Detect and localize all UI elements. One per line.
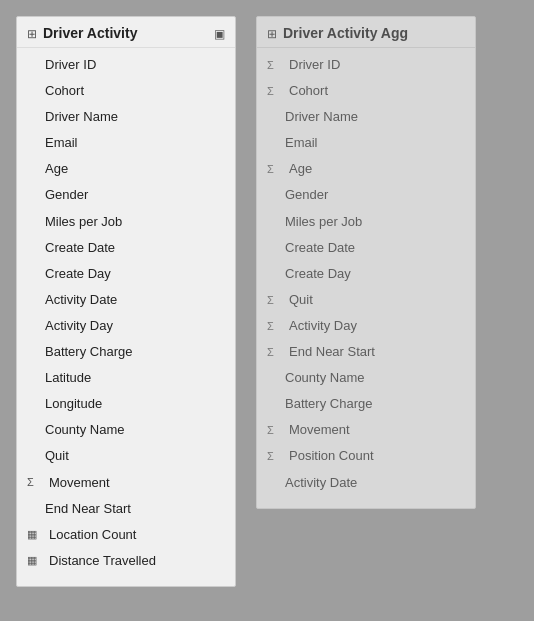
list-item[interactable]: Movement bbox=[17, 470, 235, 496]
field-label: Create Date bbox=[285, 237, 355, 259]
list-item[interactable]: Cohort bbox=[257, 78, 475, 104]
field-label: Miles per Job bbox=[285, 211, 362, 233]
table-icon bbox=[27, 26, 37, 41]
right-table-icon bbox=[267, 26, 277, 41]
list-item[interactable]: Distance Travelled bbox=[17, 548, 235, 574]
list-item[interactable]: County Name bbox=[17, 417, 235, 443]
list-item[interactable]: Driver ID bbox=[257, 52, 475, 78]
field-label: Activity Date bbox=[45, 289, 117, 311]
right-panel-title: Driver Activity Agg bbox=[283, 25, 465, 41]
right-field-list: Driver IDCohortDriver NameEmailAgeGender… bbox=[257, 52, 475, 500]
field-label: Create Day bbox=[45, 263, 111, 285]
list-item[interactable]: Miles per Job bbox=[257, 209, 475, 235]
field-label: Distance Travelled bbox=[49, 550, 156, 572]
field-label: Activity Day bbox=[289, 315, 357, 337]
list-item[interactable]: Quit bbox=[17, 443, 235, 469]
field-label: Quit bbox=[45, 445, 69, 467]
field-label: Email bbox=[285, 132, 318, 154]
list-item[interactable]: Email bbox=[17, 130, 235, 156]
list-item[interactable]: Miles per Job bbox=[17, 209, 235, 235]
field-label: Latitude bbox=[45, 367, 91, 389]
field-label: Activity Date bbox=[285, 472, 357, 494]
field-label: Movement bbox=[289, 419, 350, 441]
field-label: Create Day bbox=[285, 263, 351, 285]
list-item[interactable]: Age bbox=[257, 156, 475, 182]
field-label: Longitude bbox=[45, 393, 102, 415]
field-label: Position Count bbox=[289, 445, 374, 467]
list-item[interactable]: Location Count bbox=[17, 522, 235, 548]
field-label: Gender bbox=[285, 184, 328, 206]
field-label: County Name bbox=[285, 367, 364, 389]
field-label: Movement bbox=[49, 472, 110, 494]
list-item[interactable]: Create Day bbox=[257, 261, 475, 287]
sigma-icon bbox=[267, 82, 281, 101]
field-label: Email bbox=[45, 132, 78, 154]
collapse-icon[interactable] bbox=[214, 26, 225, 41]
list-item[interactable]: Battery Charge bbox=[17, 339, 235, 365]
list-item[interactable]: Gender bbox=[257, 182, 475, 208]
grid-icon bbox=[27, 525, 41, 544]
left-panel: Driver Activity Driver IDCohortDriver Na… bbox=[16, 16, 236, 587]
sigma-icon bbox=[27, 473, 41, 492]
list-item[interactable]: Driver Name bbox=[257, 104, 475, 130]
sigma-icon bbox=[267, 317, 281, 336]
grid-icon bbox=[27, 551, 41, 570]
sigma-icon bbox=[267, 56, 281, 75]
list-item[interactable]: Activity Day bbox=[17, 313, 235, 339]
list-item[interactable]: County Name bbox=[257, 365, 475, 391]
list-item[interactable]: Movement bbox=[257, 417, 475, 443]
list-item[interactable]: Driver ID bbox=[17, 52, 235, 78]
sigma-icon bbox=[267, 421, 281, 440]
sigma-icon bbox=[267, 291, 281, 310]
sigma-icon bbox=[267, 343, 281, 362]
field-label: Miles per Job bbox=[45, 211, 122, 233]
list-item[interactable]: Latitude bbox=[17, 365, 235, 391]
list-item[interactable]: Email bbox=[257, 130, 475, 156]
field-label: End Near Start bbox=[289, 341, 375, 363]
sigma-icon bbox=[267, 447, 281, 466]
field-label: Activity Day bbox=[45, 315, 113, 337]
list-item[interactable]: Create Day bbox=[17, 261, 235, 287]
list-item[interactable]: Age bbox=[17, 156, 235, 182]
list-item[interactable]: Driver Name bbox=[17, 104, 235, 130]
field-label: End Near Start bbox=[45, 498, 131, 520]
list-item[interactable]: Create Date bbox=[257, 235, 475, 261]
left-panel-header: Driver Activity bbox=[17, 17, 235, 48]
list-item[interactable]: End Near Start bbox=[17, 496, 235, 522]
field-label: Create Date bbox=[45, 237, 115, 259]
field-label: Driver Name bbox=[45, 106, 118, 128]
list-item[interactable]: Longitude bbox=[17, 391, 235, 417]
left-field-list: Driver IDCohortDriver NameEmailAgeGender… bbox=[17, 52, 235, 578]
list-item[interactable]: Gender bbox=[17, 182, 235, 208]
field-label: Battery Charge bbox=[45, 341, 132, 363]
list-item[interactable]: Position Count bbox=[257, 443, 475, 469]
field-label: Driver ID bbox=[289, 54, 340, 76]
field-label: Cohort bbox=[45, 80, 84, 102]
field-label: Cohort bbox=[289, 80, 328, 102]
field-label: County Name bbox=[45, 419, 124, 441]
list-item[interactable]: Create Date bbox=[17, 235, 235, 261]
field-label: Quit bbox=[289, 289, 313, 311]
right-panel-header: Driver Activity Agg bbox=[257, 17, 475, 48]
left-panel-title: Driver Activity bbox=[43, 25, 208, 41]
field-label: Age bbox=[45, 158, 68, 180]
list-item[interactable]: Battery Charge bbox=[257, 391, 475, 417]
list-item[interactable]: End Near Start bbox=[257, 339, 475, 365]
list-item[interactable]: Activity Date bbox=[17, 287, 235, 313]
right-panel: Driver Activity Agg Driver IDCohortDrive… bbox=[256, 16, 476, 509]
field-label: Driver Name bbox=[285, 106, 358, 128]
sigma-icon bbox=[267, 160, 281, 179]
list-item[interactable]: Activity Date bbox=[257, 470, 475, 496]
field-label: Gender bbox=[45, 184, 88, 206]
list-item[interactable]: Quit bbox=[257, 287, 475, 313]
field-label: Battery Charge bbox=[285, 393, 372, 415]
field-label: Location Count bbox=[49, 524, 136, 546]
field-label: Driver ID bbox=[45, 54, 96, 76]
list-item[interactable]: Cohort bbox=[17, 78, 235, 104]
field-label: Age bbox=[289, 158, 312, 180]
list-item[interactable]: Activity Day bbox=[257, 313, 475, 339]
